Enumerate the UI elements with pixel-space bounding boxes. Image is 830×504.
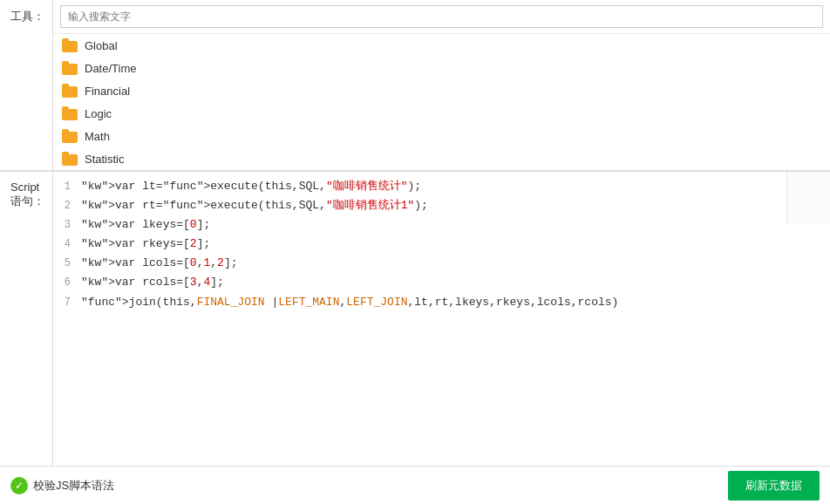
line-content[interactable]: "kw">var lt="func">execute(this,SQL,"咖啡销… (81, 177, 830, 196)
folder-icon (62, 106, 78, 120)
folder-label: Math (85, 130, 110, 143)
code-line: 2"kw">var rt="func">execute(this,SQL,"咖啡… (53, 196, 830, 215)
line-number: 7 (53, 294, 81, 311)
folder-icon (62, 61, 78, 75)
folder-label: Statistic (85, 153, 125, 166)
folder-label: Financial (85, 85, 130, 98)
folder-item[interactable]: Statistic (53, 147, 830, 170)
folder-icon (62, 129, 78, 143)
code-line: 7"func">join(this,FINAL_JOIN |LEFT_MAIN,… (53, 293, 830, 312)
check-icon: ✓ (10, 477, 28, 494)
folder-label: Date/Time (85, 62, 136, 75)
folder-item[interactable]: Financial (53, 79, 830, 102)
script-section: Script语句： 1"kw">var lt="func">execute(th… (0, 171, 830, 466)
line-content[interactable]: "kw">var rkeys=[2]; (81, 235, 830, 254)
tools-panel: GlobalDate/TimeFinancialLogicMathStatist… (52, 0, 830, 170)
script-label: Script语句： (0, 172, 52, 466)
folder-icon (62, 84, 78, 98)
folder-icon (62, 152, 78, 166)
line-content[interactable]: "kw">var lcols=[0,1,2]; (81, 254, 830, 273)
search-input[interactable] (60, 5, 823, 28)
code-line: 4"kw">var rkeys=[2]; (53, 235, 830, 254)
line-number: 4 (53, 235, 81, 253)
main-container: 工具： GlobalDate/TimeFinancialLogicMathSta… (0, 0, 830, 504)
minimap (786, 172, 830, 224)
code-line: 5"kw">var lcols=[0,1,2]; (53, 254, 830, 273)
tools-section: 工具： GlobalDate/TimeFinancialLogicMathSta… (0, 0, 830, 171)
line-number: 5 (53, 255, 81, 272)
folder-list: GlobalDate/TimeFinancialLogicMathStatist… (53, 34, 830, 170)
folder-item[interactable]: Math (53, 125, 830, 147)
code-line: 3"kw">var lkeys=[0]; (53, 215, 830, 235)
line-content[interactable]: "kw">var lkeys=[0]; (81, 215, 830, 235)
code-line: 6"kw">var rcols=[3,4]; (53, 273, 830, 292)
line-number: 2 (53, 197, 81, 215)
folder-item[interactable]: Global (53, 34, 830, 57)
refresh-button[interactable]: 刷新元数据 (728, 471, 820, 501)
line-number: 6 (53, 274, 81, 291)
folder-icon (62, 38, 78, 52)
validate-label: 校验JS脚本语法 (33, 478, 114, 494)
folder-label: Logic (85, 107, 112, 120)
code-editor[interactable]: 1"kw">var lt="func">execute(this,SQL,"咖啡… (53, 172, 830, 466)
line-content[interactable]: "kw">var rt="func">execute(this,SQL,"咖啡销… (81, 196, 830, 215)
folder-item[interactable]: Logic (53, 102, 830, 125)
folder-item[interactable]: Date/Time (53, 57, 830, 79)
line-number: 3 (53, 216, 81, 234)
validate-button[interactable]: ✓ 校验JS脚本语法 (10, 477, 114, 494)
line-content[interactable]: "kw">var rcols=[3,4]; (81, 273, 830, 292)
tools-label: 工具： (0, 0, 52, 170)
search-bar (53, 0, 830, 34)
code-line: 1"kw">var lt="func">execute(this,SQL,"咖啡… (53, 177, 830, 196)
script-panel: 1"kw">var lt="func">execute(this,SQL,"咖啡… (52, 172, 830, 466)
line-content[interactable]: "func">join(this,FINAL_JOIN |LEFT_MAIN,L… (81, 293, 830, 312)
line-number: 1 (53, 178, 81, 195)
bottom-bar: ✓ 校验JS脚本语法 刷新元数据 (0, 466, 830, 504)
folder-label: Global (85, 39, 118, 52)
